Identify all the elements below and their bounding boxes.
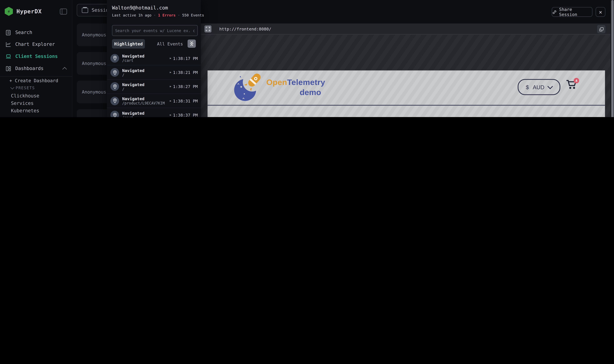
location-pin-icon [110, 111, 119, 117]
currency-selector[interactable]: $ AUD [518, 79, 560, 95]
session-user-email: Walton9@hotmail.com [112, 5, 168, 11]
shop-brand-demo: demo [266, 88, 321, 97]
sidebar: ⚡ HyperDX Search Chart Explorer Client S… [0, 0, 72, 117]
shop-brand: OpenTelemetry [266, 78, 325, 87]
brand: ⚡ HyperDX [5, 6, 67, 16]
play-from-event-icon[interactable]: ▶ [170, 99, 171, 103]
sessions-header-label: Sessions [92, 7, 107, 13]
shop-header-divider [207, 105, 605, 105]
location-pin-icon [110, 68, 119, 77]
sidebar-collapse-icon[interactable] [60, 9, 67, 14]
play-from-event-icon[interactable]: ▶ [170, 114, 171, 117]
location-pin-icon [110, 82, 119, 91]
events-tabs: Highlighted All Events [112, 39, 198, 49]
laptop-icon [6, 53, 12, 59]
events-search-input[interactable] [112, 25, 198, 36]
app-window: ⚡ HyperDX Search Chart Explorer Client S… [0, 0, 614, 117]
chevron-down-icon [547, 83, 553, 89]
sessions-list-column: Sessions AnonymousAnonymousAnonymousAnon… [72, 0, 107, 117]
event-row-navigation[interactable]: Navigated/cart ▶1:38:17 PM [107, 51, 201, 65]
link-icon [552, 10, 557, 14]
currency-code: AUD [533, 84, 544, 90]
chevron-down-icon [11, 85, 14, 89]
share-session-label: Share Session [559, 7, 592, 17]
sidebar-preset-kubernetes[interactable]: Kubernetes [11, 108, 39, 114]
events-list: Navigated/cart ▶1:38:17 PM Navigated/ ▶1… [107, 51, 201, 117]
brand-name: HyperDX [16, 8, 42, 14]
tab-highlighted[interactable]: Highlighted [112, 39, 145, 49]
session-card[interactable]: Anonymous [77, 80, 107, 103]
errors-count: 1 Errors [158, 13, 176, 17]
session-card[interactable]: Anonymous [77, 52, 107, 75]
sessions-header-button[interactable]: Sessions [77, 4, 107, 16]
expand-icon [205, 26, 210, 31]
collapse-vertical-icon [189, 41, 194, 46]
dashboards-icon [6, 65, 12, 71]
copy-icon [599, 27, 603, 31]
sidebar-item-label: Search [15, 30, 32, 35]
sidebar-item-chart-explorer[interactable]: Chart Explorer [0, 39, 72, 49]
play-from-event-icon[interactable]: ▶ [170, 57, 171, 60]
search-doc-icon [6, 30, 12, 36]
tab-all-events[interactable]: All Events [157, 41, 183, 46]
chart-icon [6, 41, 12, 47]
event-row-navigation[interactable]: Navigated/ ▶1:38:21 PM [107, 65, 201, 80]
sidebar-divider [0, 76, 72, 77]
replay-scrollbar[interactable] [611, 0, 614, 117]
session-card[interactable]: Anonymous [77, 109, 107, 117]
play-from-event-icon[interactable]: ▶ [170, 85, 171, 88]
close-icon: × [599, 9, 602, 15]
last-active-text: Last active 1h ago [112, 13, 151, 17]
sidebar-preset-clickhouse[interactable]: Clickhouse [11, 93, 39, 99]
presets-section-label[interactable]: PRESETS [11, 86, 35, 90]
sidebar-preset-services[interactable]: Services [11, 100, 34, 106]
replay-url: http://frontend:8080/ [219, 26, 271, 31]
scrollbar-thumb[interactable] [611, 0, 614, 117]
chevron-up-icon [62, 67, 67, 71]
cart-count-badge: 4 [574, 78, 579, 83]
close-button[interactable]: × [596, 7, 605, 17]
sidebar-item-search[interactable]: Search [0, 27, 72, 38]
opentelemetry-logo [232, 70, 265, 103]
hyperdx-logo-icon: ⚡ [5, 7, 13, 16]
session-events-panel: Walton9@hotmail.com Last active 1h ago ·… [107, 0, 201, 117]
event-row-navigation[interactable]: Navigated/ ▶1:38:27 PM [107, 80, 201, 94]
sidebar-item-client-sessions[interactable]: Client Sessions [0, 51, 72, 61]
replayed-page: OpenTelemetry demo $ AUD 4 Shopping Cart… [207, 70, 605, 117]
events-count: 550 Events [182, 13, 204, 17]
share-session-button[interactable]: Share Session [552, 7, 592, 17]
copy-url-button[interactable] [597, 25, 605, 33]
session-card[interactable]: Anonymous [77, 24, 107, 46]
event-row-navigation[interactable]: Navigated/product/L9ECAV7KIM ▶1:38:31 PM [107, 94, 201, 108]
fullscreen-button[interactable] [205, 26, 212, 32]
location-pin-icon [110, 97, 119, 105]
sessions-icon [82, 8, 88, 13]
currency-symbol: $ [526, 84, 529, 90]
event-row-navigation[interactable]: Navigated/cart ▶1:38:37 PM [107, 108, 201, 117]
session-meta: Last active 1h ago · 1 Errors · 550 Even… [112, 13, 200, 17]
collapse-events-button[interactable] [188, 39, 196, 48]
create-dashboard-button[interactable]: + Create Dashboard [9, 78, 58, 84]
play-from-event-icon[interactable]: ▶ [170, 71, 171, 74]
sidebar-item-label: Chart Explorer [15, 41, 55, 47]
location-pin-icon [110, 54, 119, 63]
sidebar-item-dashboards[interactable]: Dashboards [0, 64, 72, 74]
sidebar-item-label: Dashboards [15, 66, 44, 71]
sidebar-item-label: Client Sessions [15, 54, 58, 59]
cart-button[interactable]: 4 [566, 79, 579, 91]
